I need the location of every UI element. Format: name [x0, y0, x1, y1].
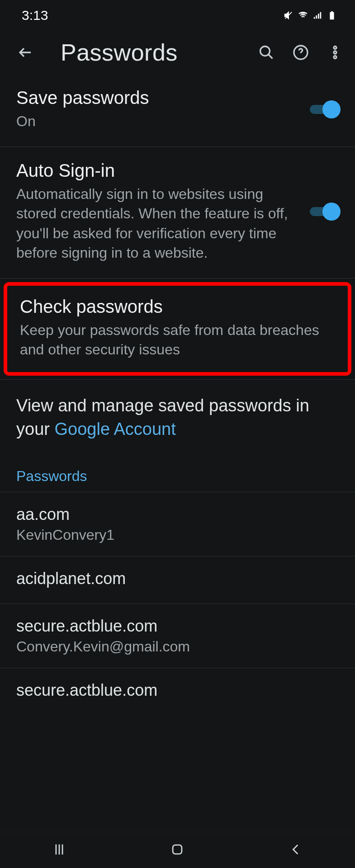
setting-title: Check passwords	[20, 297, 335, 317]
svg-rect-5	[173, 845, 182, 854]
password-user: KevinConvery1	[16, 527, 339, 543]
arrow-left-icon	[17, 44, 33, 61]
password-user: Convery.Kevin@gmail.com	[16, 638, 339, 655]
svg-point-0	[260, 47, 270, 56]
status-icons	[284, 10, 337, 20]
nav-back-button[interactable]	[288, 842, 303, 859]
chevron-left-icon	[288, 842, 303, 857]
home-icon	[170, 842, 185, 857]
setting-auto-signin[interactable]: Auto Sign-in Automatically sign in to we…	[0, 147, 355, 278]
overflow-menu-button[interactable]	[322, 40, 348, 65]
setting-title: Save passwords	[16, 88, 301, 108]
auto-signin-toggle[interactable]	[310, 203, 339, 221]
save-passwords-toggle[interactable]	[310, 100, 339, 118]
password-site: acidplanet.com	[16, 569, 339, 588]
password-site: secure.actblue.com	[16, 681, 339, 700]
password-site: aa.com	[16, 505, 339, 524]
search-button[interactable]	[254, 40, 279, 65]
back-button[interactable]	[13, 40, 38, 65]
help-icon	[293, 44, 309, 61]
signal-icon	[312, 10, 322, 20]
setting-check-passwords[interactable]: Check passwords Keep your passwords safe…	[4, 282, 351, 376]
svg-point-4	[334, 56, 336, 59]
battery-icon	[327, 10, 337, 20]
password-entry[interactable]: acidplanet.com	[0, 557, 355, 604]
app-bar: Passwords	[0, 31, 355, 74]
password-site: secure.actblue.com	[16, 617, 339, 636]
wifi-icon	[298, 10, 308, 20]
search-icon	[258, 44, 275, 61]
setting-desc: Keep your passwords safe from data breac…	[20, 321, 335, 359]
password-entry[interactable]: aa.com KevinConvery1	[0, 492, 355, 557]
setting-save-passwords[interactable]: Save passwords On	[0, 74, 355, 147]
setting-title: Auto Sign-in	[16, 160, 301, 181]
recents-icon	[52, 842, 67, 857]
home-button[interactable]	[170, 842, 185, 859]
page-title: Passwords	[47, 39, 245, 66]
status-bar: 3:13	[0, 0, 355, 31]
svg-point-2	[334, 47, 336, 49]
status-time: 3:13	[22, 8, 48, 23]
password-entry[interactable]: secure.actblue.com	[0, 668, 355, 715]
password-entry[interactable]: secure.actblue.com Convery.Kevin@gmail.c…	[0, 604, 355, 668]
manage-in-google-account[interactable]: View and manage saved passwords in your …	[0, 380, 355, 451]
recents-button[interactable]	[52, 842, 67, 859]
passwords-section-header: Passwords	[0, 451, 355, 492]
setting-desc: Automatically sign in to websites using …	[16, 184, 301, 263]
password-list: aa.com KevinConvery1 acidplanet.com secu…	[0, 492, 355, 715]
mute-icon	[284, 10, 293, 20]
more-vert-icon	[327, 44, 343, 61]
google-account-link[interactable]: Google Account	[54, 420, 175, 439]
help-button[interactable]	[288, 40, 313, 65]
svg-point-3	[334, 51, 336, 54]
setting-status: On	[16, 112, 301, 131]
system-nav-bar	[0, 832, 355, 868]
